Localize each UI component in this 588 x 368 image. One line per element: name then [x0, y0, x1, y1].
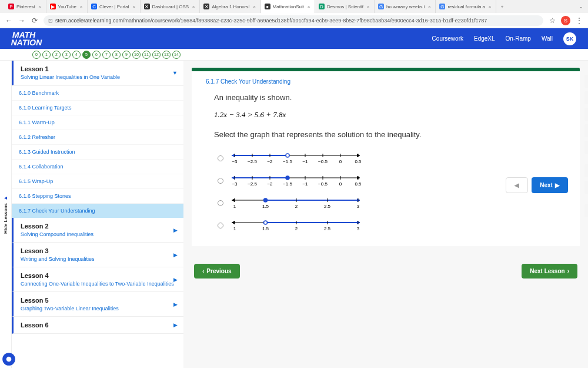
settings-gear-icon[interactable] — [1, 352, 16, 367]
browser-tab[interactable]: ✕Dashboard | OSS× — [141, 0, 201, 13]
svg-point-20 — [286, 154, 289, 157]
svg-text:1.5: 1.5 — [262, 226, 269, 231]
lesson-item[interactable]: 6.1.1 Warm-Up — [12, 115, 183, 130]
close-icon[interactable]: × — [191, 4, 196, 9]
close-icon[interactable]: × — [366, 4, 370, 9]
forward-button[interactable]: → — [18, 16, 26, 25]
lesson-item[interactable]: 6.1.6 Stepping Stones — [12, 188, 183, 203]
calculator-icon[interactable]: ▬ — [584, 181, 588, 194]
progress-step[interactable]: 7 — [102, 51, 111, 59]
progress-step[interactable]: 2 — [52, 51, 61, 59]
svg-text:2.5: 2.5 — [324, 226, 331, 231]
nav-on-ramp[interactable]: On-Ramp — [506, 35, 531, 42]
browser-tab[interactable]: Gho wmany weeks i× — [375, 0, 436, 13]
svg-text:2: 2 — [295, 226, 298, 231]
radio-button[interactable] — [218, 223, 223, 228]
url-bar[interactable]: ⊡ stem.acceleratelearning.com/mathnation… — [44, 15, 543, 26]
eraser-icon[interactable]: ⇄ — [584, 164, 588, 177]
page-next-button[interactable]: Next ▶ — [532, 177, 568, 193]
close-icon[interactable]: × — [427, 4, 432, 9]
browser-tab[interactable]: CClever | Portal× — [88, 0, 141, 13]
browser-tab[interactable]: Gresidual formula a× — [436, 0, 496, 13]
close-icon[interactable]: × — [252, 4, 257, 9]
next-lesson-button[interactable]: Next Lesson › — [522, 264, 577, 279]
svg-text:−1: −1 — [302, 159, 308, 164]
progress-step[interactable]: 11 — [142, 51, 151, 59]
previous-button[interactable]: ‹ Previous — [194, 264, 240, 279]
progress-step[interactable]: 9 — [122, 51, 131, 59]
pencil-icon[interactable]: ✎ — [584, 124, 588, 137]
nav-edgexl[interactable]: EdgeXL — [474, 35, 495, 42]
close-icon[interactable]: × — [306, 4, 311, 9]
window-min[interactable]: ⌄ — [579, 4, 583, 9]
content-area: 6.1.7 Check Your Understanding An inequa… — [183, 61, 588, 368]
svg-text:0.5: 0.5 — [355, 159, 361, 164]
progress-step[interactable]: 5 — [82, 51, 91, 59]
answer-option[interactable]: −3−2.5−2−1.5−1−0.500.5 — [218, 150, 566, 167]
progress-step[interactable]: 3 — [62, 51, 71, 59]
lesson-item[interactable]: 6.1.7 Check Your Understanding — [12, 203, 183, 218]
notes-icon[interactable]: ▤ — [584, 75, 588, 88]
collapse-icon[interactable]: ‹ — [584, 204, 588, 217]
lesson-item[interactable]: 6.1.0 Benchmark — [12, 85, 183, 100]
lesson-item[interactable]: 6.1.3 Guided Instruction — [12, 144, 183, 159]
answer-option[interactable]: 11.522.53 — [218, 194, 566, 212]
nav-wall[interactable]: Wall — [542, 35, 553, 42]
new-tab[interactable]: ＋ — [496, 4, 508, 10]
nav-coursework[interactable]: Coursework — [432, 35, 463, 42]
svg-point-71 — [264, 221, 268, 224]
lesson-header[interactable]: Lesson 1Solving Linear Inequalities in O… — [12, 61, 183, 85]
svg-marker-44 — [232, 198, 235, 202]
user-avatar[interactable]: SK — [563, 32, 576, 45]
progress-step[interactable]: 6 — [92, 51, 101, 59]
progress-step[interactable]: 13 — [162, 51, 171, 59]
lesson-item[interactable]: 6.1.4 Collaboration — [12, 159, 183, 174]
answer-option[interactable]: 11.522.53 — [218, 217, 566, 234]
lesson-item[interactable]: 6.1.0 Learning Targets — [12, 100, 183, 115]
svg-text:−2.5: −2.5 — [248, 159, 257, 164]
bookmark-icon[interactable]: ☆ — [548, 16, 556, 25]
progress-step[interactable]: 10 — [132, 51, 141, 59]
lesson-item[interactable]: 6.1.2 Refresher — [12, 130, 183, 144]
logo[interactable]: MATHNATION — [11, 31, 44, 46]
svg-text:0.5: 0.5 — [355, 181, 361, 187]
menu-icon[interactable]: ⋮ — [575, 16, 583, 25]
close-icon[interactable]: × — [38, 4, 42, 9]
progress-step[interactable]: 14 — [172, 51, 181, 59]
profile-icon[interactable]: S — [561, 16, 570, 25]
radio-button[interactable] — [218, 200, 223, 206]
lesson-header[interactable]: Lesson 2Solving Compound Inequalities▶ — [12, 218, 183, 243]
lesson-item[interactable]: 6.1.5 Wrap-Up — [12, 174, 183, 188]
reload-button[interactable]: ⟳ — [31, 16, 39, 25]
lesson-header[interactable]: Lesson 3Writing and Solving Inequalities… — [12, 243, 183, 267]
close-icon[interactable]: × — [79, 4, 83, 9]
lesson-header[interactable]: Lesson 5Graphing Two-Variable Linear Ine… — [12, 292, 183, 317]
close-icon[interactable]: × — [487, 4, 492, 9]
comment-icon[interactable]: ⧉ — [584, 91, 588, 104]
svg-text:−1.5: −1.5 — [283, 181, 292, 187]
lesson-header[interactable]: Lesson 6▶ — [12, 317, 183, 334]
progress-step[interactable]: 1 — [42, 51, 51, 59]
radio-button[interactable] — [218, 178, 223, 184]
question-prompt: Select the graph that represents the sol… — [214, 130, 566, 139]
svg-text:1: 1 — [233, 226, 236, 231]
stamp-icon[interactable]: ▣ — [584, 108, 588, 121]
browser-tab[interactable]: ●MathnationSuit× — [261, 0, 315, 13]
svg-marker-59 — [232, 221, 235, 224]
browser-tab[interactable]: ▶YouTube× — [46, 0, 88, 13]
close-icon[interactable]: × — [132, 4, 136, 9]
highlighter-icon[interactable]: ✏ — [584, 141, 588, 154]
browser-tab[interactable]: ✕Algebra 1 Honors!× — [200, 0, 260, 13]
radio-button[interactable] — [218, 155, 223, 161]
progress-step[interactable]: 0 — [32, 51, 41, 59]
page-prev-button[interactable]: ◀ — [506, 177, 528, 193]
hide-lessons-toggle[interactable]: ◂ Hide Lessons — [0, 61, 12, 368]
inequality-equation: 1.2x − 3.4 > 5.6 + 7.8x — [214, 110, 566, 120]
lesson-header[interactable]: Lesson 4Connecting One-Variable Inequali… — [12, 267, 183, 292]
browser-tab[interactable]: DDesmos | Scientif× — [315, 0, 375, 13]
progress-step[interactable]: 4 — [72, 51, 81, 59]
back-button[interactable]: ← — [5, 16, 13, 25]
browser-tab[interactable]: PPinterest× — [5, 0, 46, 13]
progress-step[interactable]: 8 — [112, 51, 121, 59]
progress-step[interactable]: 12 — [152, 51, 161, 59]
